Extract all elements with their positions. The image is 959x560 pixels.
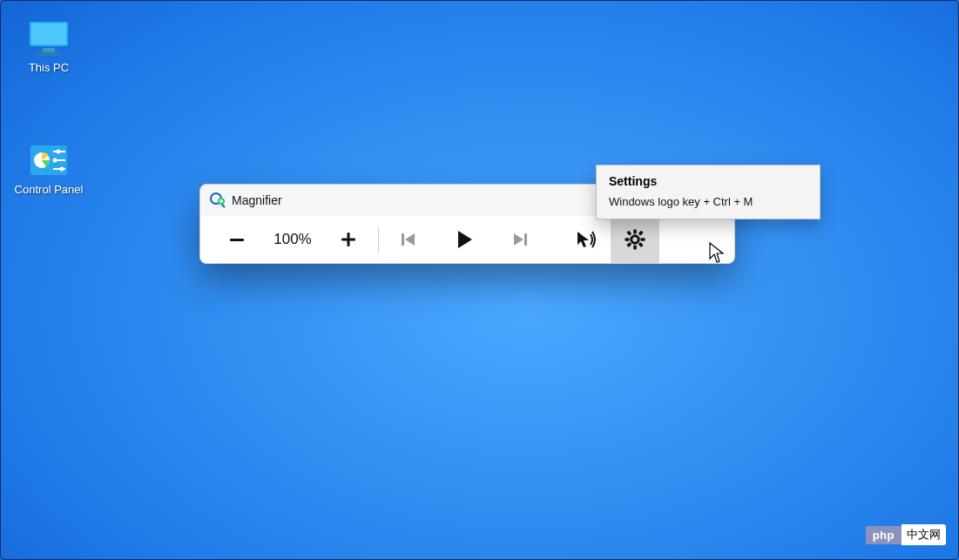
svg-rect-32 <box>638 242 644 247</box>
next-button[interactable] <box>496 216 544 263</box>
svg-rect-7 <box>53 151 65 152</box>
svg-rect-1 <box>31 24 66 44</box>
plus-icon <box>339 230 358 249</box>
svg-rect-31 <box>626 231 631 236</box>
desktop-icon-label: This PC <box>29 61 69 74</box>
footer-php-label: php <box>866 526 902 544</box>
footer-cn-label: 中文网 <box>902 524 946 545</box>
control-panel-icon <box>27 140 71 179</box>
magnifier-toolbar: 100% <box>200 216 734 263</box>
settings-button[interactable] <box>611 216 659 263</box>
svg-rect-24 <box>524 233 527 246</box>
tooltip-title: Settings <box>609 174 807 188</box>
magnifier-title: Magnifier <box>232 193 282 207</box>
svg-rect-34 <box>626 242 631 247</box>
svg-marker-22 <box>458 231 472 248</box>
desktop-icon-control-panel[interactable]: Control Panel <box>10 140 88 196</box>
read-aloud-cursor-button[interactable] <box>562 216 611 263</box>
magnifier-app-icon <box>209 192 226 209</box>
play-button[interactable] <box>433 216 496 263</box>
gear-icon <box>624 228 646 251</box>
svg-rect-27 <box>633 230 637 234</box>
skip-next-icon <box>510 230 530 249</box>
svg-rect-20 <box>402 233 404 246</box>
desktop-icon-label: Control Panel <box>15 183 84 196</box>
previous-button[interactable] <box>384 216 433 263</box>
zoom-out-button[interactable] <box>213 216 261 263</box>
svg-marker-23 <box>514 233 523 246</box>
separator <box>378 226 379 253</box>
minus-icon <box>227 230 247 249</box>
zoom-in-button[interactable] <box>324 216 373 263</box>
cursor-sound-icon <box>575 229 598 250</box>
svg-rect-33 <box>638 231 644 236</box>
footer-watermark: php 中文网 <box>866 524 946 545</box>
svg-rect-11 <box>53 168 65 170</box>
settings-tooltip: Settings Windows logo key + Ctrl + M <box>596 165 821 219</box>
svg-rect-30 <box>641 238 645 241</box>
play-icon <box>453 228 476 251</box>
zoom-level: 100% <box>261 231 324 248</box>
svg-rect-3 <box>37 52 60 56</box>
svg-rect-17 <box>230 239 244 241</box>
desktop-icon-this-pc[interactable]: This PC <box>10 18 88 74</box>
svg-marker-21 <box>405 233 415 246</box>
svg-rect-9 <box>53 159 65 161</box>
svg-rect-28 <box>633 246 637 250</box>
svg-marker-25 <box>577 232 589 247</box>
svg-rect-2 <box>43 48 55 52</box>
monitor-icon <box>27 18 71 57</box>
tooltip-shortcut: Windows logo key + Ctrl + M <box>609 195 807 208</box>
skip-previous-icon <box>399 230 418 249</box>
svg-rect-29 <box>625 238 630 241</box>
svg-point-26 <box>631 236 638 243</box>
svg-rect-19 <box>348 233 350 246</box>
